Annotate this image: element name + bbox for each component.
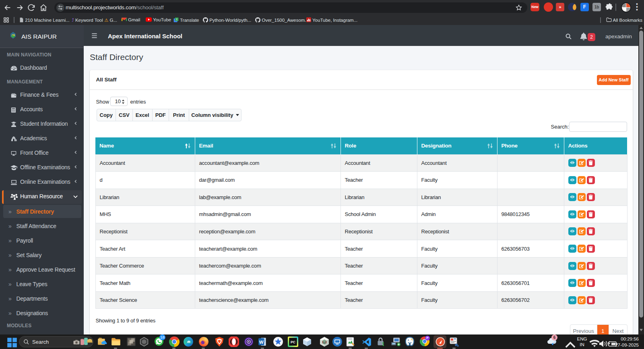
svg-text:文: 文 [175, 18, 178, 21]
svg-text:PC: PC [291, 340, 296, 344]
svg-text:W: W [259, 340, 264, 345]
